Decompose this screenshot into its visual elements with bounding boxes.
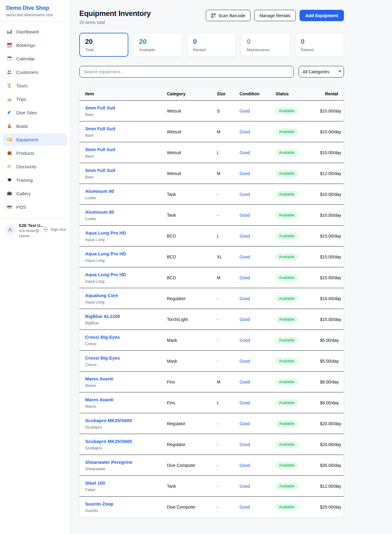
people-icon [7, 69, 12, 75]
wave-icon [7, 110, 12, 115]
item-link[interactable]: 5mm Full Suit [85, 168, 115, 173]
condition-link[interactable]: Good [239, 171, 250, 176]
sidebar-item-dashboard[interactable]: Dashboard [3, 25, 67, 38]
item-link[interactable]: Steel 100 [85, 480, 105, 486]
table-row: Aluminum 80 Luxfer Tank - Good Available… [80, 205, 344, 226]
item-link[interactable]: Aqua Lung Pro HD [85, 230, 126, 235]
item-link[interactable]: Aluminum 80 [85, 209, 114, 215]
item-link[interactable]: Aqualung Core [85, 293, 118, 298]
sidebar-item-label: Discounts [16, 164, 36, 169]
condition-link[interactable]: Good [239, 338, 250, 343]
item-brand: Cressi [85, 341, 167, 346]
item-link[interactable]: Cressi Big Eyes [85, 334, 120, 340]
stat-card-available[interactable]: 20 Available [133, 33, 182, 57]
stat-card-retired[interactable]: 0 Retired [295, 33, 344, 57]
item-link[interactable]: 3mm Full Suit [85, 126, 115, 131]
add-equipment-button[interactable]: Add Equipment [300, 10, 344, 21]
stat-value: 20 [139, 38, 176, 46]
item-brand: Aqua Lung [85, 279, 167, 284]
item-link[interactable]: Aluminum 80 [85, 189, 114, 194]
sign-out-button[interactable]: Sign Out [44, 227, 66, 232]
condition-link[interactable]: Good [239, 129, 250, 134]
item-link[interactable]: Scubapro MK25/S600 [85, 418, 132, 423]
table-row: Aqua Lung Pro HD Aqua Lung BCD XL Good A… [80, 246, 344, 267]
cell-rental: $35.00/day [320, 463, 341, 468]
condition-link[interactable]: Good [239, 442, 250, 447]
user-meta: E2E Test U... e2e-tester@... Owner [19, 223, 41, 238]
item-link[interactable]: Suunto Zoop [85, 501, 113, 506]
sidebar-item-trips[interactable]: Trips [3, 93, 67, 105]
item-link[interactable]: Aqua Lung Pro HD [85, 272, 126, 277]
sidebar-item-label: POS [16, 204, 26, 210]
condition-link[interactable]: Good [239, 275, 250, 280]
main-area: Equipment Inventory 20 items total Scan … [70, 0, 392, 529]
cell-rental: $15.00/day [320, 317, 341, 322]
sidebar-item-pos[interactable]: POS [3, 201, 67, 213]
sidebar-item-boats[interactable]: Boats [3, 120, 67, 132]
user-role: Owner [19, 234, 41, 238]
cell-rental: $20.00/day [320, 421, 341, 426]
condition-link[interactable]: Good [239, 254, 250, 259]
stat-cards-row: 20 Total 20 Available 0 Rented 0 Mainten… [79, 33, 344, 57]
cell-rental: $10.00/day [320, 129, 341, 134]
sidebar-item-training[interactable]: Training [3, 174, 67, 186]
sidebar-item-products[interactable]: Products [3, 147, 67, 159]
sidebar-item-equipment[interactable]: Equipment [3, 133, 67, 146]
manage-rentals-button[interactable]: Manage Rentals [254, 10, 296, 21]
stat-card-rented[interactable]: 0 Rented [187, 33, 236, 57]
category-select[interactable]: All Categories [299, 66, 344, 78]
condition-link[interactable]: Good [239, 296, 250, 301]
condition-link[interactable]: Good [239, 317, 250, 322]
item-link[interactable]: Shearwater Peregrine [85, 460, 132, 465]
condition-link[interactable]: Good [239, 421, 250, 426]
item-link[interactable]: Mares Avanti [85, 397, 113, 402]
condition-link[interactable]: Good [239, 380, 250, 384]
cell-rental: $12.00/day [320, 484, 341, 489]
cell-rental: $15.00/day [320, 234, 341, 238]
sidebar-item-discounts[interactable]: Discounts [3, 160, 67, 173]
cell-size: - [217, 213, 239, 218]
condition-link[interactable]: Good [239, 505, 250, 509]
item-link[interactable]: Scubapro MK25/S600 [85, 439, 132, 444]
sidebar-item-dive-sites[interactable]: Dive Sites [3, 106, 67, 119]
sidebar-item-calendar[interactable]: Calendar [3, 52, 67, 65]
scan-barcode-button[interactable]: Scan Barcode [206, 10, 251, 21]
cell-category: Fins [167, 400, 217, 405]
condition-link[interactable]: Good [239, 109, 250, 113]
dive-mask-icon [7, 137, 12, 142]
item-link[interactable]: 3mm Full Suit [85, 147, 115, 152]
sidebar-item-bookings[interactable]: 17 Bookings [3, 39, 67, 51]
item-link[interactable]: Cressi Big Eyes [85, 355, 120, 360]
cell-category: BCD [167, 275, 217, 280]
condition-link[interactable]: Good [239, 359, 250, 364]
condition-link[interactable]: Good [239, 234, 250, 238]
palm-island-icon [7, 83, 12, 88]
sidebar-item-customers[interactable]: Customers [3, 66, 67, 78]
cell-size: - [217, 421, 239, 426]
condition-link[interactable]: Good [239, 192, 250, 197]
item-brand: Aqua Lung [85, 300, 167, 304]
cell-category: Dive Computer [167, 505, 217, 509]
search-input[interactable] [79, 66, 294, 78]
sidebar-item-tours[interactable]: Tours [3, 79, 67, 92]
condition-link[interactable]: Good [239, 213, 250, 218]
person-icon [7, 227, 13, 233]
item-link[interactable]: Mares Avanti [85, 376, 113, 381]
condition-link[interactable]: Good [239, 463, 250, 468]
item-link[interactable]: 3mm Full Suit [85, 105, 115, 110]
stat-card-total[interactable]: 20 Total [79, 33, 128, 57]
condition-link[interactable]: Good [239, 150, 250, 155]
condition-link[interactable]: Good [239, 484, 250, 489]
condition-link[interactable]: Good [239, 400, 250, 405]
sidebar-item-gallery[interactable]: Gallery [3, 187, 67, 200]
item-link[interactable]: Aqua Lung Pro HD [85, 251, 126, 256]
status-badge: Available [276, 295, 298, 302]
status-badge: Available [276, 337, 298, 344]
sidebar-nav: Dashboard 17 Bookings Calendar Customers… [0, 22, 70, 217]
item-link[interactable]: BigBlue AL1200 [85, 314, 120, 319]
page-header: Equipment Inventory 20 items total Scan … [79, 9, 344, 25]
cell-size: XL [217, 254, 239, 259]
status-badge: Available [276, 212, 298, 219]
stat-card-maintenance[interactable]: 0 Maintenance [241, 33, 290, 57]
item-brand: Bare [85, 112, 167, 117]
